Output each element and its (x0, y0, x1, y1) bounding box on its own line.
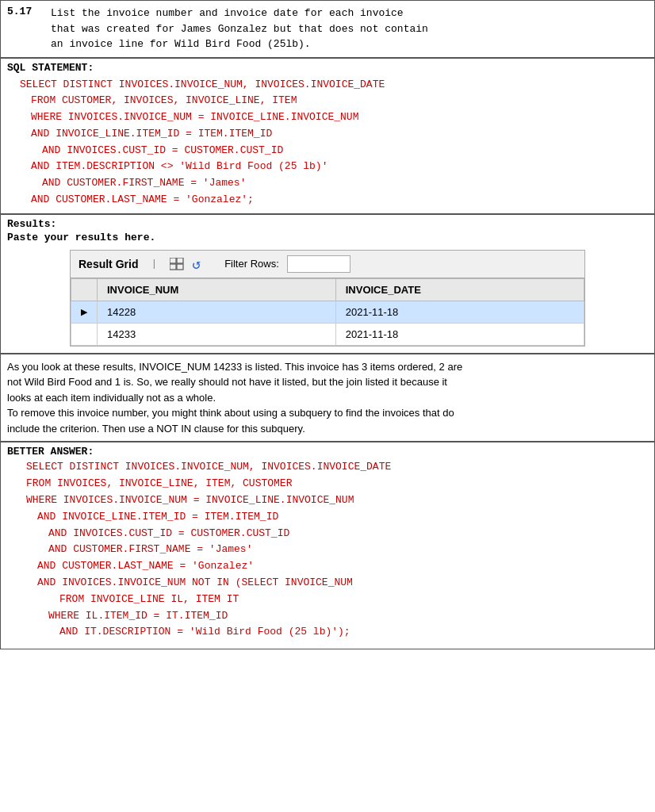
result-grid-title: Result Grid (79, 258, 138, 270)
svg-rect-3 (177, 264, 183, 270)
sql-line: SELECT DISTINCT INVOICES.INVOICE_NUM, IN… (20, 77, 648, 94)
better-answer-line: WHERE IL.ITEM_ID = IT.ITEM_ID (48, 608, 642, 625)
results-section: Results: Paste your results here. Result… (1, 214, 654, 354)
result-grid-header: Result Grid | ↺ Filter Rows: (71, 251, 584, 278)
better-answer-line: SELECT DISTINCT INVOICES.INVOICE_NUM, IN… (26, 459, 642, 476)
sql-label: SQL STATEMENT: (1, 59, 654, 75)
col-invoice-date: INVOICE_DATE (335, 278, 584, 301)
question-line2: that was created for James Gonzalez but … (51, 23, 428, 35)
divider: | (151, 258, 157, 270)
better-answer-line: WHERE INVOICES.INVOICE_NUM = INVOICE_LIN… (26, 492, 642, 509)
explanation-section: As you look at these results, INVOICE_NU… (1, 354, 654, 442)
table-row: ▶142282021-11-18 (71, 301, 584, 323)
explanation-line: not Wild Bird Food and 1 is. So, we real… (7, 374, 648, 390)
filter-input[interactable] (287, 255, 350, 273)
better-answer-line: AND INVOICE_LINE.ITEM_ID = ITEM.ITEM_ID (37, 509, 642, 526)
data-table: INVOICE_NUM INVOICE_DATE ▶142282021-11-1… (71, 278, 584, 346)
table-header-row: INVOICE_NUM INVOICE_DATE (71, 278, 584, 301)
sql-line: WHERE INVOICES.INVOICE_NUM = INVOICE_LIN… (31, 109, 648, 126)
sql-line: FROM CUSTOMER, INVOICES, INVOICE_LINE, I… (31, 93, 648, 109)
better-answer-line: AND CUSTOMER.LAST_NAME = 'Gonzalez' (37, 558, 642, 575)
col-invoice-num: INVOICE_NUM (98, 278, 336, 301)
question-text: List the invoice number and invoice date… (44, 1, 435, 57)
refresh-icon[interactable]: ↺ (192, 255, 201, 273)
sql-line: AND CUSTOMER.FIRST_NAME = 'James' (42, 175, 648, 192)
explanation-line: As you look at these results, INVOICE_NU… (7, 359, 648, 375)
invoice-num-cell: 14228 (98, 301, 336, 323)
better-code: SELECT DISTINCT INVOICES.INVOICE_NUM, IN… (7, 458, 648, 645)
sql-line: AND INVOICES.CUST_ID = CUSTOMER.CUST_ID (42, 143, 648, 159)
better-answer-line: FROM INVOICES, INVOICE_LINE, ITEM, CUSTO… (26, 476, 642, 492)
table-icon (170, 258, 184, 270)
main-container: 5.17 List the invoice number and invoice… (0, 0, 655, 649)
row-arrow: ▶ (71, 301, 98, 323)
svg-rect-1 (177, 258, 183, 263)
explanation-line: To remove this invoice number, you might… (7, 405, 648, 421)
sql-code: SELECT DISTINCT INVOICES.INVOICE_NUM, IN… (1, 75, 654, 213)
invoice-num-cell: 14233 (98, 323, 336, 345)
question-line1: List the invoice number and invoice date… (51, 7, 404, 19)
question-row: 5.17 List the invoice number and invoice… (1, 1, 654, 58)
result-grid-container: Result Grid | ↺ Filter Rows: (70, 250, 585, 347)
results-label: Results: (7, 218, 648, 230)
better-answer-line: AND INVOICES.CUST_ID = CUSTOMER.CUST_ID (48, 526, 642, 542)
invoice-date-cell: 2021-11-18 (335, 301, 584, 323)
explanation-line: include the criterion. Then use a NOT IN… (7, 421, 648, 437)
svg-rect-2 (170, 264, 176, 270)
results-paste: Paste your results here. (7, 232, 648, 243)
question-line3: an invoice line for Wild Bird Food (25lb… (51, 38, 311, 50)
question-number: 5.17 (1, 1, 44, 57)
svg-rect-0 (170, 258, 176, 263)
better-answer-section: BETTER ANSWER: SELECT DISTINCT INVOICES.… (1, 442, 654, 649)
sql-line: AND CUSTOMER.LAST_NAME = 'Gonzalez'; (31, 192, 648, 209)
explanation-line: looks at each item individually not as a… (7, 390, 648, 406)
invoice-date-cell: 2021-11-18 (335, 323, 584, 345)
better-answer-line: AND CUSTOMER.FIRST_NAME = 'James' (48, 542, 642, 558)
sql-section: SQL STATEMENT: SELECT DISTINCT INVOICES.… (1, 58, 654, 214)
better-answer-label: BETTER ANSWER: (7, 446, 648, 458)
better-answer-line: FROM INVOICE_LINE IL, ITEM IT (59, 592, 642, 608)
better-answer-line: AND INVOICES.INVOICE_NUM NOT IN (SELECT … (37, 575, 642, 592)
row-arrow (71, 323, 98, 345)
sql-line: AND INVOICE_LINE.ITEM_ID = ITEM.ITEM_ID (31, 126, 648, 143)
col-arrow (71, 278, 98, 301)
filter-label: Filter Rows: (224, 258, 279, 270)
better-answer-line: AND IT.DESCRIPTION = 'Wild Bird Food (25… (59, 624, 642, 641)
grid-icon (170, 258, 184, 270)
table-row: 142332021-11-18 (71, 323, 584, 345)
sql-line: AND ITEM.DESCRIPTION <> 'Wild Bird Food … (31, 159, 648, 175)
